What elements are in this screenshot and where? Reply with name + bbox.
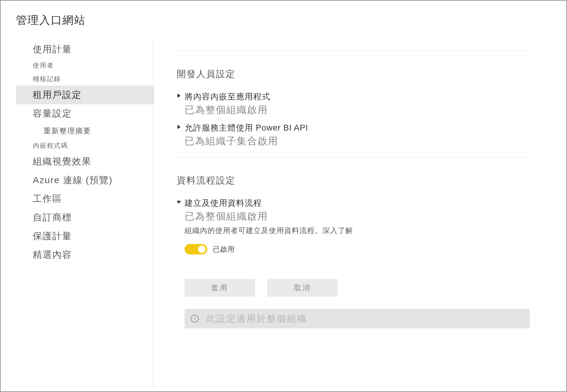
setting-description: 組織內的使用者可建立及使用資料流程。深入了解	[185, 226, 530, 235]
cancel-button[interactable]: 取消	[267, 279, 338, 297]
sidebar-item-tenant-settings[interactable]: 租用戶設定	[16, 86, 153, 104]
setting-title: 將內容內嵌至應用程式	[185, 91, 530, 102]
divider	[177, 51, 530, 51]
sidebar-item-users[interactable]: 使用者	[16, 59, 153, 72]
info-icon: i	[191, 315, 199, 323]
setting-title: 允許服務主體使用 Power BI API	[185, 122, 530, 133]
setting-status: 已為整個組織啟用	[185, 210, 530, 223]
info-banner: i 此設定適用於整個組織	[185, 309, 530, 328]
toggle-label: 已啟用	[213, 245, 235, 254]
sidebar-item-audit-logs[interactable]: 稽核記錄	[16, 72, 153, 86]
setting-embed-content[interactable]: 將內容內嵌至應用程式 已為整個組織啟用	[177, 91, 530, 117]
sidebar-item-featured-content[interactable]: 精選內容	[16, 246, 153, 264]
svg-marker-1	[178, 125, 181, 129]
sidebar: 使用計量 使用者 稽核記錄 租用戶設定 容量設定 重新整理摘要 內嵌程式碼 組織…	[16, 37, 154, 388]
main-content: 開發人員設定 將內容內嵌至應用程式 已為整個組織啟用 允許服務主體使用 Powe…	[154, 37, 551, 388]
setting-status: 已為整個組織啟用	[185, 103, 530, 117]
dataflow-settings-heading: 資料流程設定	[177, 174, 530, 187]
setting-title: 建立及使用資料流程	[185, 198, 530, 209]
setting-create-dataflow[interactable]: 建立及使用資料流程 已為整個組織啟用 組織內的使用者可建立及使用資料流程。深入了…	[177, 198, 530, 328]
sidebar-item-org-visuals[interactable]: 組織視覺效果	[16, 152, 153, 171]
apply-button[interactable]: 套用	[185, 279, 255, 297]
sidebar-item-azure-connections[interactable]: Azure 連線 (預覽)	[16, 171, 153, 190]
sidebar-item-custom-branding[interactable]: 自訂商標	[16, 208, 153, 227]
caret-right-icon	[177, 122, 185, 131]
toggle-knob	[198, 246, 205, 253]
page-title: 管理入口網站	[16, 13, 551, 28]
sidebar-item-protection-metrics[interactable]: 保護計量	[16, 227, 153, 246]
svg-marker-0	[178, 94, 181, 98]
info-banner-text: 此設定適用於整個組織	[206, 312, 307, 325]
svg-marker-2	[177, 201, 181, 204]
sidebar-item-embed-codes[interactable]: 內嵌程式碼	[16, 139, 153, 152]
sidebar-item-workspaces[interactable]: 工作區	[16, 190, 153, 208]
divider	[177, 157, 530, 157]
setting-service-principal[interactable]: 允許服務主體使用 Power BI API 已為組織子集合啟用	[177, 122, 530, 148]
sidebar-item-usage-metrics[interactable]: 使用計量	[16, 40, 153, 59]
caret-right-icon	[177, 91, 185, 99]
sidebar-item-refresh-summary[interactable]: 重新整理摘要	[16, 123, 153, 139]
developer-settings-heading: 開發人員設定	[177, 68, 530, 80]
caret-down-icon	[177, 198, 185, 206]
sidebar-item-capacity-settings[interactable]: 容量設定	[16, 104, 153, 123]
setting-status: 已為組織子集合啟用	[185, 135, 530, 148]
enabled-toggle[interactable]	[185, 244, 207, 254]
